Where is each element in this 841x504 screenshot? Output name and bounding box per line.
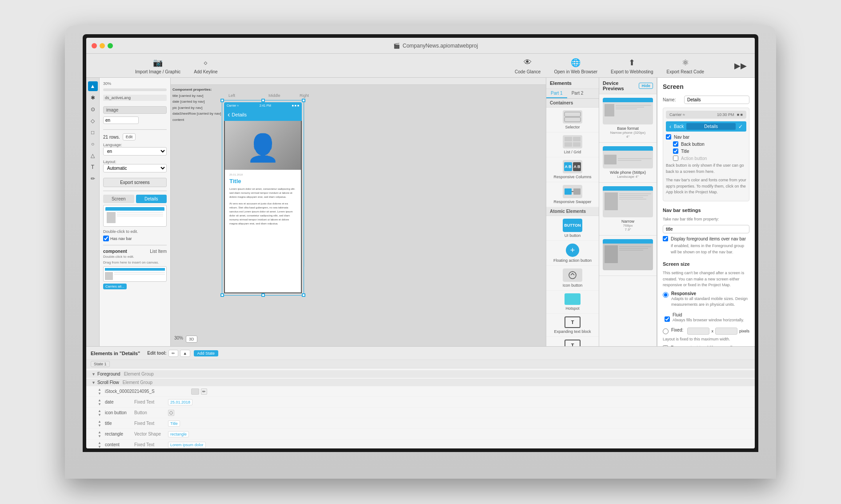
scroll-flow-header[interactable]: ▼ Scroll Flow Element Group [86,379,755,386]
fixed-radio[interactable] [663,328,669,334]
layout-select[interactable]: Automatic [103,164,167,172]
svg-rect-1 [565,117,581,122]
element-fixed-text[interactable]: T Fixed text block [546,337,599,346]
move-down-btn-6[interactable]: ▼ [97,445,102,448]
device-4[interactable] [599,236,657,276]
text-tool[interactable]: T [88,162,98,172]
back-button-checkbox[interactable] [673,141,678,147]
move-btns-2[interactable]: ▲ ▼ [97,398,102,406]
3d-button[interactable]: 3D [186,336,197,343]
select-tool[interactable]: ▲ [88,81,98,91]
title-property-input[interactable] [663,225,749,233]
svg-rect-7 [573,188,581,195]
title-row[interactable]: ▲ ▼ title Fixed Text Title [86,418,755,429]
display-foreground-checkbox[interactable] [663,236,668,241]
date-row[interactable]: ▲ ▼ date Fixed Text 25.01.2018 [86,397,755,408]
has-nav-label: Has nav bar [110,236,132,241]
forward-tool[interactable]: ▶▶ [735,60,746,71]
element-hotspot[interactable]: Hotspot [546,291,599,314]
content-row[interactable]: ▲ ▼ content Fixed Text Lorem ipsum dolor [86,440,755,448]
fluid-checkbox[interactable] [665,316,670,322]
fixed-row: Fixed: x pixels [663,328,749,335]
rectangle-row[interactable]: ▲ ▼ rectangle Vector Shape rectangle [86,429,755,440]
element-expanding-text[interactable]: T Expanding text block [546,314,599,337]
element-responsive-swapper[interactable]: Responsive Swapper [546,182,599,207]
display-foreground-row: Display foreground items over nav bar [663,236,749,241]
export-screens-button[interactable]: Export screens [103,178,167,187]
move-down-btn[interactable]: ▼ [97,392,102,395]
action-button-checkbox[interactable] [673,156,678,161]
layout-label: Layout: [103,160,116,164]
rect-tool[interactable]: □ [88,128,98,137]
device-wide-phone[interactable]: Wide phone (568px) Landscape 4" [599,143,657,183]
details-tab[interactable]: Details [136,195,167,203]
triangle-tool[interactable]: △ [88,151,98,160]
image-edit-btn[interactable]: ✏ [201,388,207,395]
tab-part1[interactable]: Part 1 [546,89,567,98]
pen-tool[interactable]: ✏ [88,174,98,184]
move-up-btn-4[interactable]: ▲ [97,420,102,423]
svg-point-8 [569,272,576,279]
icon-button-row[interactable]: ▲ ▼ icon button Button ⬡ [86,408,755,418]
move-up-btn-6[interactable]: ▲ [97,441,102,444]
name-input[interactable] [684,96,749,104]
element-button[interactable]: BUTTON UI button [546,216,599,241]
nav-bar-checkbox-row: Nav bar [666,134,746,140]
keyline-icon: ⬦ [200,57,211,68]
has-nav-checkbox[interactable] [103,236,109,241]
element-responsive-columns[interactable]: A B A B Responsive Columns [546,157,599,182]
image-field[interactable]: image [103,106,167,114]
name-row: Name: [663,96,749,104]
export-react-tool[interactable]: ⚛ Export React Code [667,57,705,74]
language-select[interactable]: en [103,147,167,156]
move-down-btn-5[interactable]: ▼ [97,434,102,438]
ruler [171,78,546,85]
cursor-tool-btn[interactable]: ▲ [180,350,190,357]
move-down-btn-2[interactable]: ▼ [97,402,102,406]
code-glance-tool[interactable]: 👁 Code Glance [515,57,541,74]
device-narrow-tablet[interactable]: Narrow 768px 7.9" [599,183,657,236]
title-checkbox[interactable] [673,148,678,154]
move-up-btn-5[interactable]: ▲ [97,430,102,434]
move-up-btn-3[interactable]: ▲ [97,409,102,412]
add-state-button[interactable]: Add State [194,350,219,356]
move-btns[interactable]: ▲ ▼ [97,388,102,395]
element-icon-button[interactable]: Icon button [546,266,599,291]
hide-button[interactable]: Hide [639,83,653,89]
multi-select-tool[interactable]: ✱ [88,93,98,103]
open-browser-tool[interactable]: 🌐 Open in Web Browser [554,57,597,74]
minimize-button[interactable] [100,43,105,48]
canvas-area[interactable]: Component properties: title [carried by … [171,78,546,346]
en-input[interactable] [103,116,139,124]
circle-tool[interactable]: ○ [88,139,98,149]
move-down-btn-3[interactable]: ▼ [97,413,102,416]
device-base[interactable]: Base format Narrow phone (320px) 4" [599,94,657,143]
edit-button[interactable]: Edit [123,133,136,140]
istock-row[interactable]: ▲ ▼ iStock_000020214095_S ✏ [86,386,755,397]
maximize-button[interactable] [108,43,113,48]
move-btns-5[interactable]: ▲ ▼ [97,430,102,438]
move-btns-4[interactable]: ▲ ▼ [97,420,102,427]
nav-bar-checkbox[interactable] [666,134,671,140]
import-tool[interactable]: 📷 Import Image / Graphic [135,57,180,74]
zoom-tool[interactable]: ⊙ [88,104,98,114]
move-btns-3[interactable]: ▲ ▼ [97,409,102,416]
element-floating-action[interactable]: + Floating action button [546,241,599,266]
move-up-btn[interactable]: ▲ [97,388,102,391]
move-up-btn-2[interactable]: ▲ [97,398,102,402]
element-list-grid[interactable]: List / Grid [546,132,599,157]
pencil-tool-btn[interactable]: ✏ [168,350,178,357]
element-selector[interactable]: Selector [546,108,599,132]
keyline-tool[interactable]: ⬦ Add Keyline [194,57,217,74]
export-hosting-tool[interactable]: ⬆ Export to Webhosting [611,57,653,74]
foreground-header[interactable]: ▼ Foreground Element Group [86,370,755,378]
close-button[interactable] [92,43,97,48]
move-down-btn-4[interactable]: ▼ [97,424,102,427]
responsive-radio[interactable] [663,292,669,298]
move-btns-6[interactable]: ▲ ▼ [97,441,102,448]
screen-tab[interactable]: Screen [103,195,134,203]
traffic-lights [92,43,113,48]
shape-tool[interactable]: ◇ [88,116,98,126]
tab-part2[interactable]: Part 2 [567,89,588,98]
icon-btn-edit[interactable]: ⬡ [168,410,174,416]
